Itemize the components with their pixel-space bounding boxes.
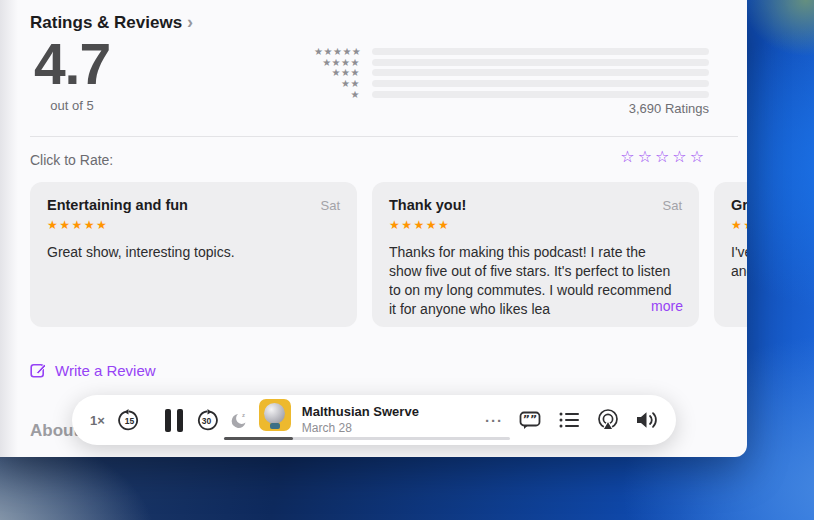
rate-stars-input[interactable]: ☆☆☆☆☆ (620, 147, 707, 166)
review-stars: ★★★★★ (389, 218, 682, 232)
review-body: I've and (731, 243, 747, 281)
track-date: March 28 (302, 422, 419, 436)
track-title: Malthusian Swerve (302, 405, 419, 420)
review-card[interactable]: Entertaining and fun Sat ★★★★★ Great sho… (30, 182, 357, 327)
chevron-right-icon: › (187, 12, 193, 32)
disco-ball-art (264, 403, 285, 424)
review-date: Sat (662, 198, 682, 213)
average-rating: 4.7 (30, 33, 114, 95)
queue-list-icon[interactable] (557, 408, 581, 432)
section-divider (30, 136, 738, 137)
now-playing-info[interactable]: Malthusian Swerve March 28 (302, 405, 419, 436)
star-row-label: ★★★★★ (314, 48, 360, 55)
sleep-timer-moon-icon[interactable]: z (229, 410, 249, 430)
airplay-audio-icon[interactable] (596, 408, 620, 432)
svg-text:15: 15 (125, 416, 135, 426)
more-link[interactable]: more (651, 298, 683, 314)
bar-track (372, 48, 709, 55)
review-title: Gre (731, 197, 747, 213)
write-review-button[interactable]: Write a Review (30, 362, 156, 379)
podcast-window: Ratings & Reviews› 4.7 out of 5 ★★★★★ ★★… (0, 0, 747, 457)
bar-track (372, 69, 709, 76)
star-row-label: ★★ (314, 80, 360, 87)
histogram-row-5: ★★★★★ (314, 48, 709, 55)
review-title: Thank you! (389, 197, 466, 213)
review-date: Sat (320, 198, 340, 213)
svg-text:””: ”” (523, 413, 537, 426)
pause-button[interactable] (165, 409, 183, 432)
left-edge-fade (0, 0, 18, 457)
playback-progress-bar[interactable] (224, 437, 510, 440)
total-ratings-label: 3,690 Ratings (629, 101, 709, 116)
review-card[interactable]: Gre ★★ I've and (714, 182, 747, 327)
playback-speed-button[interactable]: 1× (90, 413, 105, 428)
star-row-label: ★★★ (314, 69, 360, 76)
ratings-reviews-header[interactable]: Ratings & Reviews› (30, 12, 193, 33)
histogram-row-3: ★★★ (314, 69, 709, 76)
skip-back-15-icon[interactable]: 15 (118, 409, 141, 432)
histogram-row-1: ★ (314, 91, 709, 98)
histogram-row-2: ★★ (314, 80, 709, 87)
review-card[interactable]: Thank you! Sat ★★★★★ Thanks for making t… (372, 182, 699, 327)
out-of-label: out of 5 (30, 98, 114, 113)
progress-played (224, 437, 293, 440)
section-title: Ratings & Reviews (30, 13, 182, 32)
reviews-carousel: Entertaining and fun Sat ★★★★★ Great sho… (30, 182, 747, 327)
album-art[interactable] (259, 399, 291, 431)
click-to-rate-label: Click to Rate: (30, 152, 113, 168)
review-stars: ★★ (731, 218, 747, 232)
star-row-label: ★★★★ (314, 59, 360, 66)
more-options-button[interactable]: ··· (485, 412, 503, 429)
mini-player-bar: 1× 15 30 z Ma (72, 395, 676, 445)
volume-icon[interactable] (635, 409, 661, 431)
transcript-icon[interactable]: ”” (518, 408, 542, 432)
rating-histogram: ★★★★★ ★★★★ ★★★ ★★ ★ (314, 48, 709, 101)
rating-summary: 4.7 out of 5 (30, 33, 114, 113)
bar-track (372, 91, 709, 98)
bar-track (372, 59, 709, 66)
svg-text:z: z (242, 412, 245, 418)
svg-text:30: 30 (202, 416, 212, 426)
compose-icon (30, 362, 47, 379)
star-row-label: ★ (314, 91, 360, 98)
skip-forward-30-icon[interactable]: 30 (195, 409, 218, 432)
bar-track (372, 80, 709, 87)
write-review-label: Write a Review (55, 362, 156, 379)
review-title: Entertaining and fun (47, 197, 188, 213)
review-stars: ★★★★★ (47, 218, 340, 232)
histogram-row-4: ★★★★ (314, 59, 709, 66)
review-body: Great show, interesting topics. (47, 243, 340, 262)
